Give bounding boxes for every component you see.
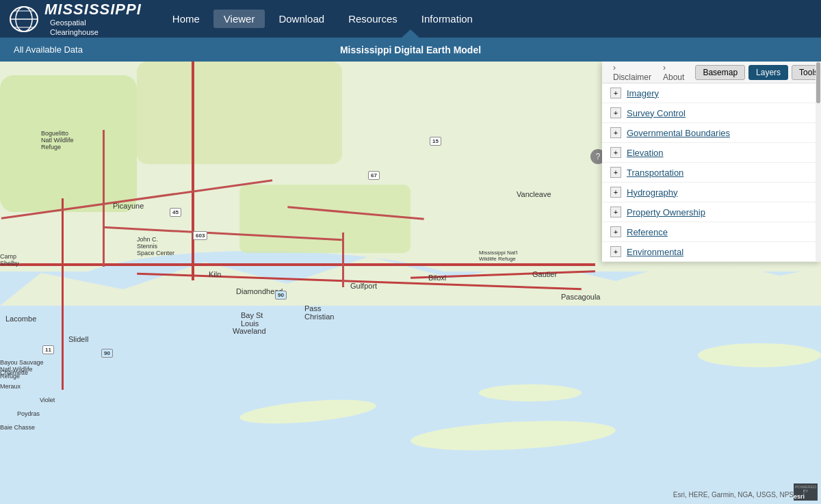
forest-area-1	[0, 75, 137, 212]
logo-subtitle: Geospatial Clearinghouse	[50, 18, 142, 36]
forest-area-4	[239, 185, 410, 253]
road-diag3	[342, 233, 344, 287]
shield-45: 45	[170, 208, 181, 217]
logo-main-text: MISSISSIPPI	[44, 1, 142, 18]
road-i10	[0, 263, 595, 266]
panel-tabs: › Disclaimer › About Basemap Layers Tool…	[602, 62, 821, 83]
layer-transportation-label[interactable]: Transportation	[627, 168, 683, 178]
road-diag1	[103, 130, 105, 267]
expand-reference-btn[interactable]: +	[610, 226, 621, 237]
powered-by-text: POWERED BY	[794, 485, 818, 493]
shield-15: 15	[430, 137, 441, 146]
shield-67: 67	[368, 171, 380, 180]
nav-viewer[interactable]: Viewer	[213, 10, 265, 28]
layer-hydro-label[interactable]: Hydrography	[627, 187, 677, 198]
layer-hydrography[interactable]: + Hydrography	[602, 183, 821, 202]
layer-reference-label[interactable]: Reference	[627, 227, 668, 237]
nav-resources[interactable]: Resources	[338, 10, 408, 28]
layer-elevation[interactable]: + Elevation	[602, 143, 821, 163]
tab-layers[interactable]: Layers	[748, 65, 788, 80]
shield-90-west: 90	[101, 349, 113, 358]
nav-download[interactable]: Download	[268, 10, 335, 28]
city-vancleave: Vancleave	[517, 190, 551, 198]
esri-logo: POWERED BY esri	[794, 483, 818, 501]
road-i59	[192, 62, 194, 280]
forest-area-2	[137, 62, 342, 164]
layer-transportation[interactable]: + Transportation	[602, 163, 821, 183]
road-11	[62, 198, 64, 390]
map-attribution: Esri, HERE, Garmin, NGA, USGS, NPS	[673, 491, 794, 499]
layer-environmental-label[interactable]: Environmental	[627, 247, 683, 257]
island-3	[479, 384, 582, 401]
expand-imagery-btn[interactable]: +	[610, 88, 621, 98]
sub-header: All Available Data Mississippi Digital E…	[0, 38, 821, 62]
logo-icon	[7, 3, 41, 34]
layer-gov-label[interactable]: Governmental Boundaries	[627, 128, 730, 138]
layers-panel: › Disclaimer › About Basemap Layers Tool…	[602, 62, 821, 262]
map-container[interactable]: Picayune Kiln Diamondhead Bay StLouis Wa…	[0, 62, 821, 504]
shield-603: 603	[193, 231, 207, 240]
layer-governmental-boundaries[interactable]: + Governmental Boundaries	[602, 123, 821, 143]
esri-logo-text: esri	[794, 493, 818, 500]
label-wildlife-refuge: Mississippi Nat'lWildlife Refuge	[479, 250, 518, 262]
expand-gov-btn[interactable]: +	[610, 127, 621, 138]
expand-survey-btn[interactable]: +	[610, 107, 621, 118]
expand-hydro-btn[interactable]: +	[610, 187, 621, 198]
all-available-data-link[interactable]: All Available Data	[0, 44, 96, 55]
tab-basemap[interactable]: Basemap	[695, 65, 745, 80]
nav-information[interactable]: Information	[411, 10, 483, 28]
layers-list: + Imagery + Survey Control + Governmenta…	[602, 83, 821, 262]
layer-property-ownership[interactable]: + Property Ownership	[602, 202, 821, 222]
main-nav: Home Viewer Download Resources Informati…	[162, 10, 483, 28]
chevron-up-icon	[401, 29, 420, 38]
expand-environmental-btn[interactable]: +	[610, 246, 621, 257]
island-4	[698, 343, 821, 367]
layer-survey-label[interactable]: Survey Control	[627, 108, 686, 118]
nav-home[interactable]: Home	[162, 10, 210, 28]
panel-scrollbar[interactable]	[816, 62, 821, 262]
about-link[interactable]: › About	[659, 62, 688, 84]
expand-property-btn[interactable]: +	[610, 207, 621, 217]
layer-imagery-label[interactable]: Imagery	[627, 88, 659, 98]
logo-area: MISSISSIPPI Geospatial Clearinghouse	[7, 1, 142, 36]
layer-property-label[interactable]: Property Ownership	[627, 207, 705, 217]
label-john-stennis: John C.StennisSpace Center	[137, 236, 174, 256]
layer-reference[interactable]: + Reference	[602, 222, 821, 242]
expand-transport-btn[interactable]: +	[610, 167, 621, 178]
layer-imagery[interactable]: + Imagery	[602, 83, 821, 103]
layer-elevation-label[interactable]: Elevation	[627, 148, 663, 158]
sub-header-title: Mississippi Digital Earth Model	[340, 44, 481, 55]
layer-survey-control[interactable]: + Survey Control	[602, 103, 821, 123]
shield-11-south: 11	[42, 345, 54, 354]
layer-environmental[interactable]: + Environmental	[602, 242, 821, 262]
expand-elevation-btn[interactable]: +	[610, 147, 621, 158]
panel-scrollbar-thumb	[816, 62, 820, 103]
disclaimer-link[interactable]: › Disclaimer	[609, 62, 655, 84]
shield-90: 90	[275, 291, 287, 300]
